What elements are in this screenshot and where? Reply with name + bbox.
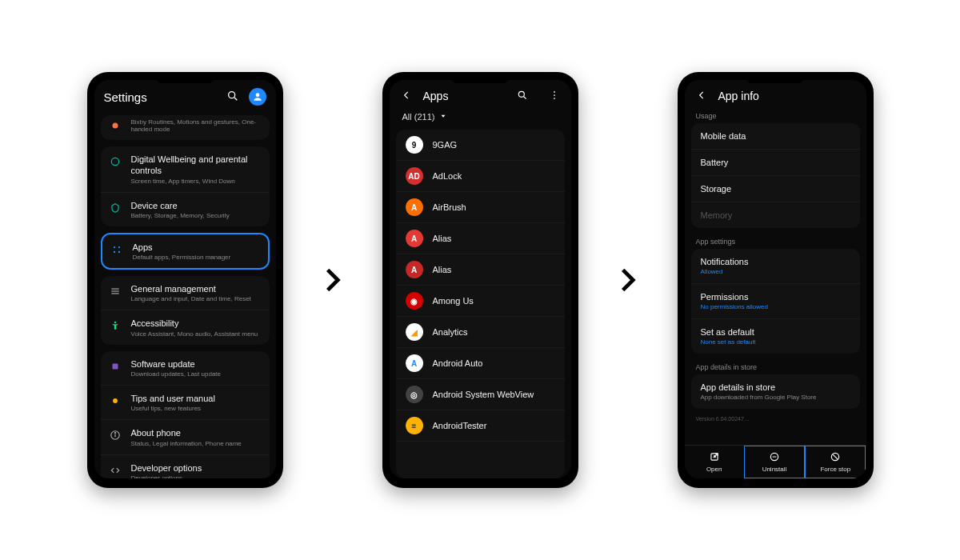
app-row[interactable]: ◉Among Us xyxy=(396,286,565,317)
svg-point-3 xyxy=(112,123,118,129)
settings-row-device-care[interactable]: Device careBattery, Storage, Memory, Sec… xyxy=(101,193,270,226)
svg-point-8 xyxy=(118,251,119,253)
gesture-icon xyxy=(109,119,122,132)
settings-row-general[interactable]: General managementLanguage and input, Da… xyxy=(101,276,270,310)
app-row[interactable]: ◢Analytics xyxy=(396,317,565,348)
store-card: App details in storeApp downloaded from … xyxy=(691,374,860,409)
svg-point-22 xyxy=(554,98,555,99)
app-info-storage[interactable]: Storage xyxy=(691,176,860,202)
app-name: AdLock xyxy=(433,171,462,181)
app-name: Among Us xyxy=(433,296,474,306)
settings-group-3: Software updateDownload updates, Last up… xyxy=(101,351,270,478)
app-icon: ◎ xyxy=(406,386,423,403)
apps-filter-dropdown[interactable]: All (211) xyxy=(390,107,571,128)
settings-row-developer[interactable]: Developer optionsDeveloper options xyxy=(101,455,270,478)
settings-row-wellbeing[interactable]: Digital Wellbeing and parental controlsS… xyxy=(101,146,270,193)
back-icon[interactable] xyxy=(696,90,707,102)
usage-card: Mobile data Battery Storage Memory xyxy=(691,123,860,228)
settings-row-accessibility[interactable]: AccessibilityVoice Assistant, Mono audio… xyxy=(101,310,270,344)
info-icon xyxy=(109,429,122,442)
svg-point-7 xyxy=(113,251,114,253)
app-icon: 9 xyxy=(406,136,423,154)
settings-row-apps[interactable]: AppsDefault apps, Permission manager xyxy=(101,233,270,270)
open-button[interactable]: Open xyxy=(685,446,744,478)
app-row[interactable]: AAndroid Auto xyxy=(396,348,565,379)
app-info-title: App info xyxy=(718,90,759,102)
app-icon: A xyxy=(406,230,423,247)
uninstall-icon xyxy=(769,451,780,464)
apps-title: Apps xyxy=(423,90,449,102)
app-settings-header: App settings xyxy=(685,233,866,249)
app-name: AndroidTester xyxy=(433,421,487,430)
more-icon[interactable] xyxy=(549,90,560,102)
search-icon[interactable] xyxy=(226,90,239,104)
app-settings-card: NotificationsAllowed PermissionsNo permi… xyxy=(691,249,860,354)
phone-settings: Settings Bixby Routines, Motions and ges… xyxy=(87,72,283,488)
svg-point-0 xyxy=(228,92,234,98)
app-info-notifications[interactable]: NotificationsAllowed xyxy=(691,249,860,284)
settings-group-1: Digital Wellbeing and parental controlsS… xyxy=(101,146,270,226)
app-icon: A xyxy=(406,198,423,216)
svg-line-19 xyxy=(523,97,526,99)
settings-title: Settings xyxy=(104,90,147,104)
svg-point-20 xyxy=(554,91,555,93)
svg-marker-23 xyxy=(442,115,446,118)
apps-list[interactable]: 99GAGADAdLockAAirBrushAAliasAAlias◉Among… xyxy=(396,130,565,478)
svg-line-1 xyxy=(234,98,237,100)
app-info-bottombar: Open Uninstall Force stop xyxy=(685,445,866,478)
app-name: Alias xyxy=(433,234,452,243)
chevron-right-icon xyxy=(610,262,646,298)
app-info-set-default[interactable]: Set as defaultNone set as default xyxy=(691,319,860,354)
usage-header: Usage xyxy=(685,107,866,123)
app-row[interactable]: AAlias xyxy=(396,223,565,254)
svg-point-4 xyxy=(111,158,118,165)
app-row[interactable]: 99GAG xyxy=(396,130,565,161)
app-name: Analytics xyxy=(433,327,468,337)
svg-line-29 xyxy=(833,454,838,459)
app-icon: AD xyxy=(406,167,423,185)
settings-row-software-update[interactable]: Software updateDownload updates, Last up… xyxy=(101,351,270,386)
app-info-permissions[interactable]: PermissionsNo permissions allowed xyxy=(691,284,860,319)
chevron-right-icon xyxy=(315,262,350,298)
svg-point-2 xyxy=(255,93,259,97)
store-header: App details in store xyxy=(685,358,866,374)
settings-row-advanced[interactable]: Bixby Routines, Motions and gestures, On… xyxy=(101,115,270,140)
forcestop-icon xyxy=(830,451,841,464)
app-row[interactable]: AAlias xyxy=(396,254,565,286)
accessibility-icon xyxy=(109,319,122,332)
app-name: Android System WebView xyxy=(433,390,534,399)
svg-point-5 xyxy=(113,246,114,248)
app-icon: ≡ xyxy=(406,417,423,434)
app-icon: ◉ xyxy=(406,292,423,310)
phone-apps-list: Apps All (211) 99GAGADAdLockAAirBrushAAl… xyxy=(382,72,578,488)
app-info-memory: Memory xyxy=(691,202,860,228)
app-icon: ◢ xyxy=(406,323,423,341)
app-info-header: App info xyxy=(685,80,866,107)
settings-row-tips[interactable]: Tips and user manualUseful tips, new fea… xyxy=(101,386,270,420)
svg-line-25 xyxy=(714,454,718,457)
search-icon[interactable] xyxy=(517,90,528,102)
svg-point-12 xyxy=(114,322,115,323)
phone-app-info: App info Usage Mobile data Battery Stora… xyxy=(678,72,874,488)
app-row[interactable]: ADAdLock xyxy=(396,161,565,192)
uninstall-button[interactable]: Uninstall xyxy=(744,446,805,478)
app-info-battery[interactable]: Battery xyxy=(691,150,860,176)
settings-row-about[interactable]: About phoneStatus, Legal information, Ph… xyxy=(101,420,270,454)
app-info-store-details[interactable]: App details in storeApp downloaded from … xyxy=(691,374,860,409)
settings-group-truncated: Bixby Routines, Motions and gestures, On… xyxy=(101,115,270,140)
app-info-mobile-data[interactable]: Mobile data xyxy=(691,123,860,150)
profile-avatar-icon[interactable] xyxy=(249,88,266,106)
force-stop-button[interactable]: Force stop xyxy=(805,446,866,478)
app-row[interactable]: ◎Android System WebView xyxy=(396,379,565,410)
back-icon[interactable] xyxy=(401,90,412,102)
app-row[interactable]: ≡AndroidTester xyxy=(396,410,565,442)
apps-grid-icon xyxy=(110,243,123,256)
svg-point-6 xyxy=(118,246,119,248)
app-version: Version 6.04.00247… xyxy=(685,414,866,424)
chevron-down-icon xyxy=(439,112,447,122)
app-name: Alias xyxy=(433,265,452,274)
apps-header: Apps xyxy=(390,80,571,107)
app-row[interactable]: AAirBrush xyxy=(396,192,565,223)
settings-header: Settings xyxy=(94,80,276,112)
app-name: Android Auto xyxy=(433,358,483,368)
